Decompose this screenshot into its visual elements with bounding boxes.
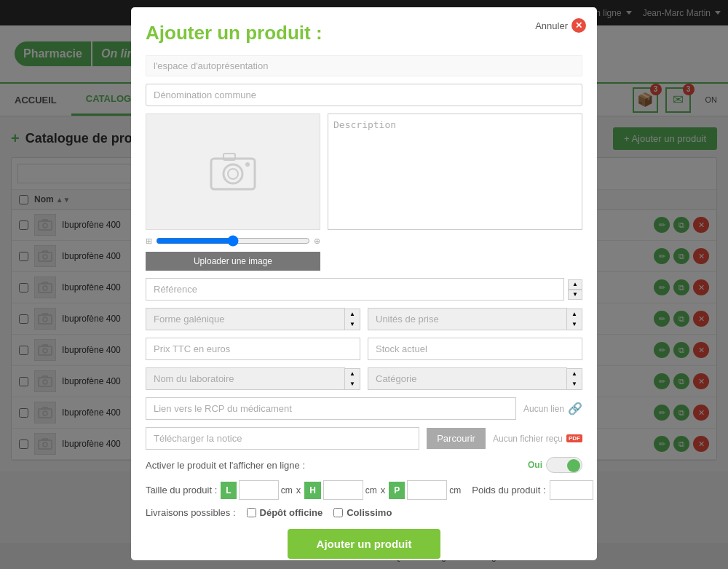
dim-p-unit: cm [449,485,461,496]
dim-l-group: L cm [221,480,292,500]
nom-laboratoire-wrapper: Nom du laboratoire ▲ ▼ [146,367,360,390]
modal-title: Ajouter un produit : [146,22,582,44]
dim-p-label: P [389,482,405,499]
dim-p-input[interactable] [407,480,447,500]
taille-label: Taille du produit : [146,485,217,496]
x-separator-1: x [296,485,301,496]
pdf-icon: PDF [566,434,582,442]
forme-galenique-select[interactable]: Forme galénique [146,308,345,330]
forme-down-arrow[interactable]: ▼ [345,319,360,330]
rcp-row: Aucun lien 🔗 [146,397,582,420]
toggle-thumb [567,459,580,472]
colissimo-label: Colissimo [347,507,392,518]
categorie-select[interactable]: Catégorie [368,367,567,390]
forme-galenique-select-wrapper: Forme galénique ▲ ▼ [146,308,360,330]
activer-row: Activer le produit et l'afficher en lign… [146,457,582,473]
spinner-up-button[interactable]: ▲ [568,279,582,290]
livraisons-row: Livraisons possibles : Dépôt officine Co… [146,507,582,518]
dim-h-label: H [304,482,321,499]
denomination-section [146,84,582,106]
description-textarea[interactable] [328,114,582,230]
image-upload-area: ⊞ ⊕ Uploader une image [146,114,320,271]
modal-subtitle: l'espace d'autoprésentation [146,55,582,76]
nom-laboratoire-select[interactable]: Nom du laboratoire [146,367,345,390]
svg-point-17 [223,164,242,183]
forme-galenique-arrows: ▲ ▼ [345,309,360,330]
notice-row: Parcourir Aucun fichier reçu PDF [146,427,582,450]
categorie-down-arrow[interactable]: ▼ [567,379,582,389]
dim-l-label: L [221,482,236,499]
image-controls: ⊞ ⊕ [146,234,320,248]
prix-stock-row [146,338,582,360]
toggle-oui-label: Oui [528,460,542,470]
reference-row: ▲ ▼ [146,278,582,301]
labo-up-arrow[interactable]: ▲ [345,369,360,379]
unites-up-arrow[interactable]: ▲ [567,309,582,319]
aucun-lien-label: Aucun lien 🔗 [523,402,582,415]
depot-officine-label: Dépôt officine [260,507,323,518]
labo-arrows: ▲ ▼ [345,368,360,390]
taille-row: Taille du produit : L cm x H cm x P cm P… [146,480,582,500]
notice-input[interactable] [146,427,419,450]
poids-input[interactable] [550,480,593,500]
close-icon: ✕ [571,18,586,33]
ajouter-produit-button[interactable]: Ajouter un produit [288,529,441,559]
denomination-input[interactable] [146,84,582,106]
rcp-input[interactable] [146,397,516,420]
dim-l-input[interactable] [239,480,279,500]
dim-h-unit: cm [365,485,377,496]
dim-h-input[interactable] [323,480,363,500]
categorie-wrapper: Catégorie ▲ ▼ [368,367,582,390]
categorie-up-arrow[interactable]: ▲ [567,369,582,379]
reference-input[interactable] [146,278,564,301]
annuler-label: Annuler [535,20,568,31]
image-description-row: ⊞ ⊕ Uploader une image [146,114,582,271]
link-icon: 🔗 [568,402,582,415]
dim-h-group: H cm [304,480,377,500]
dim-p-group: P cm [389,480,461,500]
image-placeholder [146,114,320,230]
svg-point-20 [245,162,250,167]
toggle-track[interactable] [546,457,582,473]
livraisons-label: Livraisons possibles : [146,507,236,518]
submit-row: Ajouter un produit [146,529,582,559]
svg-point-18 [228,169,238,179]
image-zoom-slider[interactable] [156,234,310,248]
stock-actuel-input[interactable] [368,338,582,360]
forme-unites-row: Forme galénique ▲ ▼ Unités de prise ▲ ▼ [146,308,582,330]
activer-toggle[interactable]: Oui [528,457,582,473]
forme-up-arrow[interactable]: ▲ [345,309,360,319]
description-area [328,114,582,271]
parcourir-button[interactable]: Parcourir [427,428,486,449]
reference-spinner: ▲ ▼ [568,279,582,300]
aucun-fichier-label: Aucun fichier reçu PDF [493,434,582,444]
poids-unit: kg [597,485,598,496]
categorie-arrows: ▲ ▼ [567,368,582,390]
unites-prise-select-wrapper: Unités de prise ▲ ▼ [368,308,582,330]
unites-prise-arrows: ▲ ▼ [567,309,582,330]
poids-label: Poids du produit : [472,485,545,496]
depot-officine-group: Dépôt officine [247,507,323,518]
activer-label: Activer le produit et l'afficher en lign… [146,460,521,471]
spinner-down-button[interactable]: ▼ [568,290,582,300]
dim-l-unit: cm [281,485,293,496]
colissimo-group: Colissimo [333,507,392,518]
add-product-modal: Ajouter un produit : Annuler ✕ l'espace … [131,7,597,560]
labo-categorie-row: Nom du laboratoire ▲ ▼ Catégorie ▲ ▼ [146,367,582,390]
x-separator-2: x [381,485,386,496]
modal-overlay: Ajouter un produit : Annuler ✕ l'espace … [0,0,728,569]
depot-officine-checkbox[interactable] [247,508,256,517]
upload-image-button[interactable]: Uploader une image [146,252,320,271]
unites-prise-select[interactable]: Unités de prise [368,308,567,330]
annuler-button[interactable]: Annuler ✕ [535,18,586,33]
labo-down-arrow[interactable]: ▼ [345,379,360,389]
colissimo-checkbox[interactable] [333,508,343,517]
camera-icon [207,150,258,194]
unites-down-arrow[interactable]: ▼ [567,319,582,330]
prix-ttc-input[interactable] [146,338,360,360]
